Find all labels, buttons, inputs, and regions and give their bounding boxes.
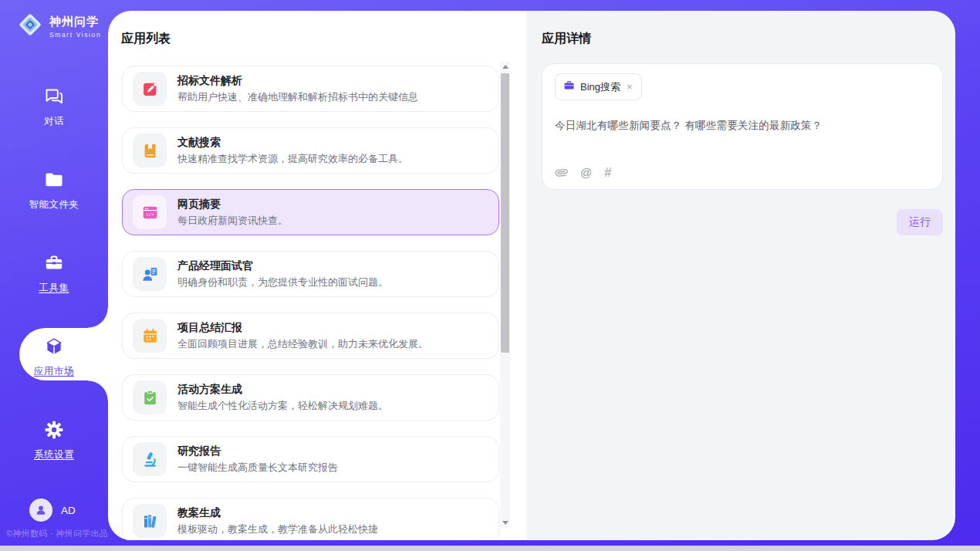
- app-card-title: 招标文件解析: [177, 74, 418, 88]
- books-icon: [133, 504, 167, 538]
- app-card-description: 智能生成个性化活动方案，轻松解决规划难题。: [177, 399, 388, 413]
- app-card-title: 文献搜索: [177, 136, 408, 150]
- svg-text:</>: </>: [146, 212, 154, 218]
- app-card-description: 每日政府新闻资讯快查。: [177, 214, 288, 228]
- app-card-pm-interviewer[interactable]: 产品经理面试官明确身份和职责，为您提供专业性的面试问题。: [122, 251, 499, 297]
- brand-name: 神州问学: [49, 15, 101, 29]
- app-card-description: 帮助用户快速、准确地理解和解析招标书中的关键信息: [177, 90, 418, 104]
- app-card-description: 明确身份和职责，为您提供专业性的面试问题。: [177, 276, 388, 289]
- briefcase-icon: [563, 79, 575, 94]
- bottom-edge-strip: [0, 546, 980, 551]
- app-list-panel: 应用列表 招标文件解析帮助用户快速、准确地理解和解析招标书中的关键信息文献搜索快…: [108, 11, 526, 540]
- sidebar-item-label: 对话: [44, 115, 64, 128]
- run-button[interactable]: 运行: [897, 209, 943, 235]
- person-icon: [34, 503, 48, 517]
- microscope-icon: [133, 442, 167, 476]
- scroll-down-button[interactable]: [500, 518, 510, 528]
- prompt-input-card[interactable]: Bing搜索 × 今日湖北有哪些新闻要点？ 有哪些需要关注的最新政策？ @ #: [542, 63, 943, 190]
- tool-tag-bing[interactable]: Bing搜索 ×: [555, 73, 642, 100]
- tool-tag-close-icon[interactable]: ×: [626, 82, 634, 92]
- query-text[interactable]: 今日湖北有哪些新闻要点？ 有哪些需要关注的最新政策？: [555, 119, 930, 133]
- app-card-title: 活动方案生成: [177, 383, 388, 397]
- app-detail-title: 应用详情: [542, 31, 591, 47]
- browser-icon: </>: [133, 195, 167, 229]
- folder-icon: [44, 170, 64, 193]
- user-row[interactable]: AD: [29, 499, 76, 522]
- sidebar-item-label: 智能文件夹: [29, 198, 79, 211]
- app-list-title: 应用列表: [121, 31, 171, 47]
- bubble-notch-top: [88, 308, 108, 328]
- interviewer-icon: [133, 257, 167, 291]
- sidebar-item-folders[interactable]: 智能文件夹: [0, 170, 108, 211]
- app-card-proj-report[interactable]: 项目总结汇报全面回顾项目进展，总结经验教训，助力未来优化发展。: [122, 313, 499, 359]
- app-card-research[interactable]: 研究报告一键智能生成高质量长文本研究报告: [122, 436, 499, 482]
- calendar-icon: [133, 319, 167, 353]
- copyright-text: ©神州数码 · 神州问学出品: [6, 528, 108, 539]
- app-card-web-digest[interactable]: </>网页摘要每日政府新闻资讯快查。: [122, 189, 499, 235]
- toolbox-icon: [44, 253, 64, 276]
- composer-toolbar: @ #: [555, 166, 611, 179]
- app-card-title: 项目总结汇报: [177, 321, 428, 335]
- scrollbar[interactable]: [500, 62, 510, 528]
- topic-hash-icon[interactable]: #: [604, 167, 611, 179]
- app-window: 神州问学 Smart Vision 对话智能文件夹工具集应用市场系统设置 AD …: [0, 0, 980, 551]
- scrollbar-thumb[interactable]: [501, 73, 509, 353]
- sidebar-item-settings[interactable]: 系统设置: [0, 420, 108, 461]
- sidebar-item-label: 应用市场: [34, 365, 74, 378]
- app-card-description: 全面回顾项目进展，总结经验教训，助力未来优化发展。: [177, 337, 428, 351]
- cube-icon: [44, 336, 64, 360]
- sidebar-item-tools[interactable]: 工具集: [0, 253, 108, 295]
- attachment-icon[interactable]: [555, 166, 568, 179]
- app-card-title: 网页摘要: [177, 198, 288, 211]
- app-card-title: 研究报告: [177, 445, 338, 458]
- app-card-description: 模板驱动，教案生成，教学准备从此轻松快捷: [177, 522, 378, 536]
- clipboard-check-icon: [133, 380, 167, 414]
- app-card-list: 招标文件解析帮助用户快速、准确地理解和解析招标书中的关键信息文献搜索快速精准查找…: [122, 66, 499, 540]
- sidebar-item-chat[interactable]: 对话: [0, 86, 108, 128]
- chat-icon: [44, 86, 64, 110]
- brand-logo: 神州问学 Smart Vision: [17, 12, 101, 41]
- sidebar-item-market[interactable]: 应用市场: [0, 336, 108, 378]
- sidebar-item-label: 工具集: [39, 282, 69, 295]
- gear-icon: [44, 420, 64, 443]
- edit-square-icon: [133, 72, 167, 106]
- mention-icon[interactable]: @: [580, 167, 592, 178]
- app-card-title: 产品经理面试官: [177, 259, 388, 273]
- diamond-logo-icon: [17, 12, 43, 41]
- app-card-description: 一键智能生成高质量长文本研究报告: [177, 461, 338, 475]
- bubble-notch-bottom: [88, 380, 108, 401]
- book-icon: [133, 134, 167, 167]
- content-frame: 应用列表 招标文件解析帮助用户快速、准确地理解和解析招标书中的关键信息文献搜索快…: [108, 11, 955, 540]
- app-card-lit-search[interactable]: 文献搜索快速精准查找学术资源，提高研究效率的必备工具。: [122, 127, 499, 174]
- scroll-up-button[interactable]: [500, 62, 510, 72]
- sidebar-item-label: 系统设置: [34, 448, 74, 461]
- app-card-lesson-plan[interactable]: 教案生成模板驱动，教案生成，教学准备从此轻松快捷: [122, 498, 499, 540]
- app-card-bid-parse[interactable]: 招标文件解析帮助用户快速、准确地理解和解析招标书中的关键信息: [122, 66, 499, 112]
- app-card-description: 快速精准查找学术资源，提高研究效率的必备工具。: [177, 152, 408, 166]
- app-card-title: 教案生成: [177, 506, 378, 520]
- user-initials: AD: [61, 505, 76, 516]
- sidebar: 神州问学 Smart Vision 对话智能文件夹工具集应用市场系统设置 AD …: [0, 0, 108, 551]
- tool-tag-label: Bing搜索: [580, 80, 620, 94]
- app-card-activity-plan[interactable]: 活动方案生成智能生成个性化活动方案，轻松解决规划难题。: [122, 374, 499, 421]
- app-detail-panel: 应用详情 Bing搜索 × 今日湖北有哪些新闻要点？ 有哪些需要关注的最新政策？: [526, 11, 955, 540]
- brand-tagline: Smart Vision: [49, 31, 101, 39]
- avatar: [29, 499, 52, 522]
